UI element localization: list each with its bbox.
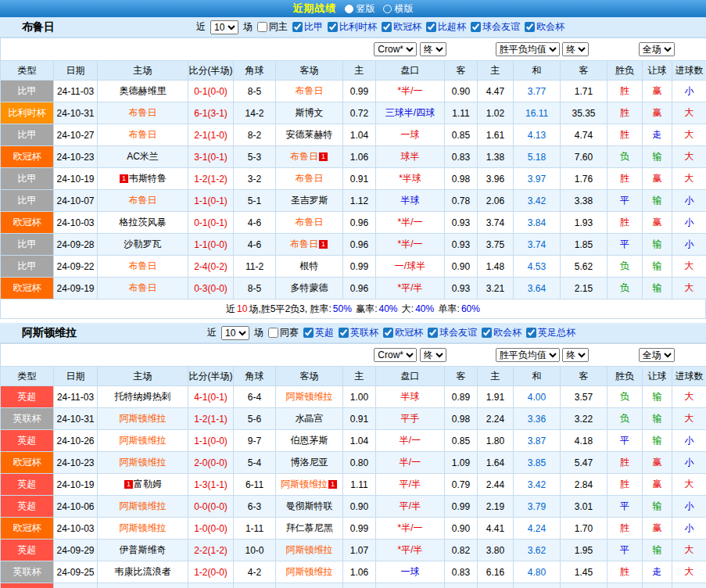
away-odds: 0.79 [445, 474, 478, 496]
away-team-name: 阿斯顿维拉 [286, 391, 333, 402]
league-type: 欧冠杯 [1, 212, 54, 234]
avg-draw-odds: 3.97 [514, 168, 561, 190]
league-checkbox[interactable] [428, 328, 438, 338]
league-checkbox[interactable] [303, 328, 314, 338]
avg-odds-select[interactable]: 胜平负均值 [496, 42, 560, 56]
avg-draw-odds: 16.11 [514, 102, 561, 124]
controls-spacer [1, 38, 343, 61]
league-checkbox[interactable] [482, 328, 492, 338]
avg-draw-odds: 4.00 [514, 386, 561, 408]
corner-score: 8-5 [234, 81, 276, 102]
league-checkbox[interactable] [526, 328, 536, 338]
league-checkbox[interactable] [292, 22, 303, 32]
avg-draw-odds: 3.62 [514, 540, 561, 561]
match-date: 24-10-23 [54, 452, 98, 474]
match-score: 1-2(1-2) [188, 168, 234, 190]
avg-odds-select[interactable]: 胜平负均值 [496, 348, 560, 362]
home-team: 韦康比流浪者 [98, 561, 188, 583]
avg-final-select[interactable]: 终 [562, 42, 589, 56]
home-team: 阿斯顿维拉 [98, 408, 188, 430]
handicap-line: 平手 [376, 408, 445, 430]
avg-home-odds: 2.44 [478, 474, 514, 496]
league-filter[interactable]: 欧冠杯 [382, 20, 421, 34]
league-filter[interactable]: 英超 [303, 326, 334, 339]
handicap-final-select[interactable]: 终 [420, 42, 446, 56]
league-filter[interactable]: 欧会杯 [482, 326, 521, 339]
league-label: 欧会杯 [493, 326, 521, 339]
layout-option-vertical[interactable]: 竖版 [345, 2, 375, 16]
away-odds: 0.98 [445, 408, 478, 430]
goals-result: 大 [672, 168, 706, 190]
league-label: 球会友谊 [482, 20, 520, 34]
home-team-name: 布鲁日 [129, 282, 157, 293]
handicap-final-select[interactable]: 终 [420, 348, 446, 362]
league-filter[interactable]: 欧冠杯 [383, 326, 423, 339]
match-result: 平 [607, 190, 643, 212]
same-home-filter[interactable]: 同主 [257, 20, 288, 34]
home-team-name: 阿斯顿维拉 [120, 522, 167, 533]
scope-controls: 全场 [607, 38, 706, 61]
handicap-result: 赢 [643, 102, 672, 124]
home-team: 阿斯顿维拉 [98, 496, 188, 518]
league-checkbox[interactable] [471, 22, 481, 32]
same-home-label: 同主 [269, 20, 288, 34]
handicap-result: 赢 [643, 81, 672, 102]
controls-spacer [1, 344, 343, 367]
goals-result: 小 [672, 81, 706, 102]
home-team: 布鲁日 [98, 256, 188, 278]
same-competition-checkbox[interactable] [268, 328, 278, 338]
recent-count-select[interactable]: 10 [221, 326, 249, 340]
col-type: 类型 [1, 367, 54, 386]
summary-segment: 场,胜5平2负3, 胜率: [249, 303, 331, 314]
away-team-name: 拜仁慕尼黑 [286, 522, 333, 533]
handicap-line: *平/半 [376, 540, 445, 561]
handicap-result: 输 [643, 234, 672, 256]
home-team: 阿斯顿维拉 [98, 452, 188, 474]
away-odds: 1.11 [445, 102, 478, 124]
match-date: 24-10-19 [54, 168, 98, 190]
league-checkbox[interactable] [383, 328, 393, 338]
away-team-name: 布鲁日 [290, 238, 318, 249]
avg-away-odds: 1.85 [561, 234, 607, 256]
handicap-line: *半/一 [376, 234, 445, 256]
corner-score: 3-2 [234, 168, 276, 190]
avg-controls: 胜平负均值 终 [478, 38, 607, 61]
layout-option-horizontal[interactable]: 横版 [383, 2, 414, 16]
league-filter[interactable]: 英足总杯 [526, 326, 575, 339]
avg-home-odds: 1.61 [478, 124, 514, 146]
league-checkbox[interactable] [426, 22, 436, 32]
league-filter[interactable]: 英联杯 [339, 326, 378, 339]
avg-home-odds: 3.21 [478, 278, 514, 299]
recent-count-select[interactable]: 10 [210, 20, 238, 34]
league-type: 比甲 [1, 256, 54, 278]
goals-result: 小 [672, 430, 706, 452]
odds-company-select[interactable]: Crow* [374, 348, 417, 362]
match-result: 胜 [607, 518, 643, 540]
league-filter[interactable]: 欧会杯 [525, 20, 564, 34]
handicap-line: *半/一 [376, 81, 445, 102]
avg-away-odds: 1.95 [561, 540, 607, 561]
league-label: 比超杯 [438, 20, 466, 34]
away-team-name: 根特 [300, 260, 319, 271]
league-type: 比利时杯 [1, 102, 54, 124]
league-checkbox[interactable] [525, 22, 535, 32]
same-home-checkbox[interactable] [257, 22, 267, 32]
league-filter[interactable]: 比超杯 [426, 20, 466, 34]
odds-company-select[interactable]: Crow* [374, 42, 417, 56]
scope-select[interactable]: 全场 [639, 348, 675, 362]
league-filter[interactable]: 比利时杯 [328, 20, 377, 34]
away-team: 布鲁日1 [276, 146, 343, 168]
handicap-result: 输 [643, 386, 672, 408]
away-team: 伯恩茅斯 [276, 430, 343, 452]
avg-final-select[interactable]: 终 [562, 348, 589, 362]
league-filters: 英超英联杯欧冠杯球会友谊欧会杯英足总杯 [303, 326, 575, 339]
league-filter[interactable]: 比甲 [292, 20, 323, 34]
league-checkbox[interactable] [382, 22, 392, 32]
scope-select[interactable]: 全场 [639, 42, 675, 56]
same-competition-filter[interactable]: 同赛 [268, 326, 299, 339]
league-filter[interactable]: 球会友谊 [471, 20, 520, 34]
league-filter[interactable]: 球会友谊 [428, 326, 477, 339]
league-checkbox[interactable] [339, 328, 349, 338]
league-checkbox[interactable] [328, 22, 338, 32]
away-odds: 0.85 [445, 430, 478, 452]
